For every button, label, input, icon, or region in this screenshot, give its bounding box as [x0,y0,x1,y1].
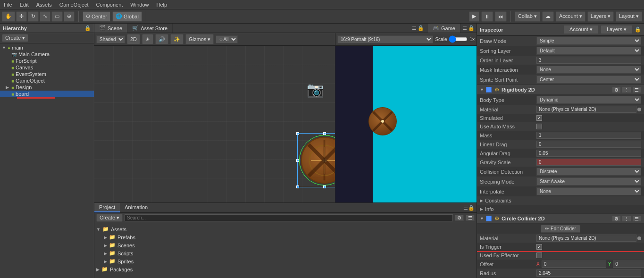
all-tool-btn[interactable]: ⊕ [64,11,75,22]
cc-settings-btn[interactable]: ⚙ [612,216,621,222]
game-tab-menu-btn[interactable]: ☰ [462,25,467,31]
scene-filter[interactable]: ☆All [216,35,238,43]
scale-tool-btn[interactable]: ⤡ [40,11,50,22]
sprite-sort-point-dropdown[interactable]: Center [536,76,641,84]
collab-btn[interactable]: Collab ▾ [515,11,540,22]
game-tab-lock-btn[interactable]: 🔒 [468,25,475,31]
2d-btn[interactable]: 2D [127,34,140,44]
cc-more-btn[interactable]: ⋮ [622,216,631,222]
scenes-folder[interactable]: ▶ 📁 Scenes [96,241,475,249]
draw-mode-dropdown[interactable]: Simple [536,37,641,45]
menu-assets[interactable]: Assets [33,1,56,8]
linear-drag-input[interactable] [536,141,641,148]
animation-tab[interactable]: Animation [120,203,152,212]
hierarchy-item-board[interactable]: ■ board [0,91,94,97]
sorting-layer-dropdown[interactable]: Default [536,47,641,55]
cc-menu-btn[interactable]: ☰ [632,216,641,222]
hierarchy-item-camera[interactable]: 📷 Main Camera [0,51,94,58]
menu-file[interactable]: File [0,1,16,8]
pivot-center-btn[interactable]: ⊙ Center [83,11,110,22]
cc-material-input[interactable] [536,235,636,242]
is-trigger-checkbox[interactable] [536,244,542,250]
move-tool-btn[interactable]: ✛ [16,11,27,22]
inspector-lock-btn[interactable]: 🔒 [635,26,641,33]
play-btn[interactable]: ▶ [469,11,479,22]
hierarchy-item-design[interactable]: ▶ ■ Design [0,84,94,91]
rb2d-enabled-checkbox[interactable] [486,87,492,93]
mask-interaction-dropdown[interactable]: None [536,66,641,74]
project-tab[interactable]: Project [94,203,120,212]
hierarchy-item-eventsystem[interactable]: ■ EventSystem [0,71,94,77]
body-type-dropdown[interactable]: Dynamic [536,96,641,104]
rb2d-more-btn[interactable]: ⋮ [622,87,631,93]
pivot-global-btn[interactable]: 🌐 Global [112,11,142,22]
gizmos-btn[interactable]: Gizmos ▾ [185,34,214,44]
scene-tab-lock-btn[interactable]: 🔒 [418,25,424,31]
cc-enabled-checkbox[interactable] [486,216,492,221]
scene-tab-menu-btn[interactable]: ☰ [412,25,417,31]
rotate-tool-btn[interactable]: ↻ [28,11,39,22]
layout-btn[interactable]: Layout ▾ [616,11,642,22]
step-btn[interactable]: ⏭ [495,11,507,22]
angular-drag-input[interactable] [536,150,641,157]
interpolate-dropdown[interactable]: None [536,187,641,195]
prefabs-folder[interactable]: ▶ 📁 Prefabs [96,233,475,241]
audio-btn[interactable]: 🔊 [155,34,168,44]
hierarchy-item-canvas[interactable]: ■ Canvas [0,64,94,71]
cloud-btn[interactable]: ☁ [542,11,554,22]
assets-folder[interactable]: ▼ 📁 Assets [96,225,475,233]
game-tab[interactable]: 🎮 Game [428,24,460,33]
hierarchy-create-btn[interactable]: Create ▾ [2,34,28,42]
hierarchy-item-forscript[interactable]: ■ ForScript [0,58,94,64]
material-dot[interactable] [637,108,641,111]
shading-dropdown[interactable]: Shaded [96,35,125,43]
rb2d-menu-btn[interactable]: ☰ [632,87,641,93]
scene-tab[interactable]: 🎬 Scene [94,24,127,33]
menu-gameobject[interactable]: GameObject [56,1,92,8]
layers-tab-btn[interactable]: Layers ▾ [601,25,633,34]
radius-input[interactable] [536,270,641,277]
sprites-folder[interactable]: ▶ 📁 Sprites [96,257,475,265]
project-lock-btn[interactable]: 🔒 [468,205,475,211]
rect-tool-btn[interactable]: ▭ [51,11,63,22]
gravity-scale-input[interactable] [536,159,641,166]
handle-bl[interactable] [296,185,299,188]
mass-input[interactable] [536,132,641,139]
menu-edit[interactable]: Edit [16,1,33,8]
hierarchy-item-main[interactable]: ▼ ● main [0,44,94,51]
hierarchy-item-gameobject[interactable]: ■ GameObject [0,77,94,84]
project-menu-btn[interactable]: ☰ [463,205,468,211]
simulated-checkbox[interactable] [536,115,542,121]
collision-detection-dropdown[interactable]: Discrete [536,168,641,176]
material-input[interactable] [536,106,636,113]
rigidbody2d-header[interactable]: ▼ ⚙ Rigidbody 2D ⚙ ⋮ ☰ [477,85,644,95]
edit-collider-btn[interactable]: ✏ Edit Collider [541,225,580,233]
layers-btn[interactable]: Layers ▾ [587,11,614,22]
menu-component[interactable]: Component [92,1,126,8]
project-settings-btn[interactable]: ⚙ [455,215,464,221]
account-btn[interactable]: Account ▾ [556,11,585,22]
account-tab-btn[interactable]: Account ▾ [563,25,599,34]
rb2d-settings-btn[interactable]: ⚙ [612,87,621,93]
hand-tool-btn[interactable]: ✋ [2,11,15,22]
hierarchy-lock-icon[interactable]: 🔒 [84,25,91,31]
scale-slider[interactable] [449,35,468,43]
project-create-btn[interactable]: Create ▾ [96,214,123,222]
handle-bm[interactable] [323,185,326,188]
lights-btn[interactable]: ☀ [142,34,153,44]
used-by-effector-checkbox[interactable] [536,253,542,258]
packages-folder[interactable]: ▶ 📁 Packages [96,265,475,273]
offset-x-input[interactable] [542,261,606,268]
assetstore-tab[interactable]: 🛒 Asset Store [127,24,173,33]
offset-y-input[interactable] [613,261,644,268]
cc-material-dot[interactable] [637,236,641,240]
use-auto-mass-checkbox[interactable] [536,124,542,129]
scene-viewport[interactable]: 📷 [94,46,335,202]
handle-tl[interactable] [296,132,299,135]
project-search[interactable] [125,214,453,221]
sleeping-mode-dropdown[interactable]: Start Awake [536,177,641,185]
effects-btn[interactable]: ✨ [170,34,184,44]
menu-window[interactable]: Window [126,1,152,8]
cc-header[interactable]: ▼ ⚙ Circle Collider 2D ⚙ ⋮ ☰ [477,214,644,224]
project-more-btn[interactable]: ☰ [466,215,475,221]
